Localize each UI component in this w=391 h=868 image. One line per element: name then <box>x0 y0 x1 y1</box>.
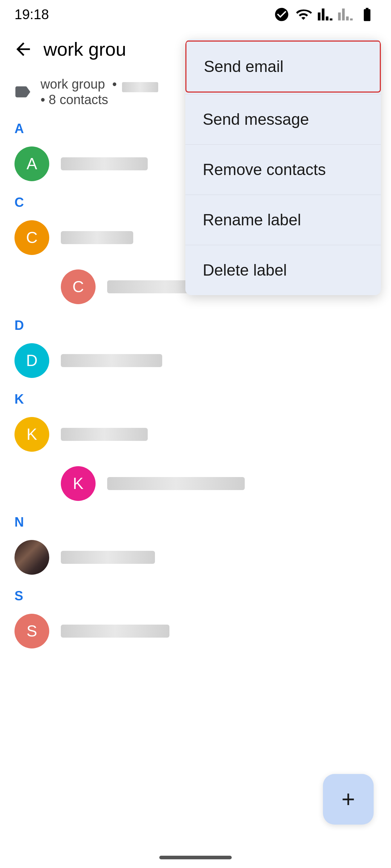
contact-name-blur <box>61 157 148 170</box>
status-time: 19:18 <box>14 7 49 22</box>
table-row[interactable]: D <box>0 336 391 385</box>
avatar: A <box>14 146 49 181</box>
wifi-icon <box>294 7 313 22</box>
contact-name-blur <box>61 428 148 441</box>
fab-add-button[interactable]: + <box>323 774 374 825</box>
context-menu: Send email Send message Remove contacts … <box>185 39 381 295</box>
table-row[interactable]: K <box>0 410 391 459</box>
avatar: C <box>61 269 96 304</box>
menu-item-send-message[interactable]: Send message <box>185 94 381 144</box>
avatar <box>14 540 49 575</box>
label-name: work group • <box>41 77 121 92</box>
bottom-nav-bar <box>159 856 232 859</box>
label-details: work group • • 8 contacts <box>41 77 158 107</box>
label-count: • 8 contacts <box>41 92 108 107</box>
table-row[interactable]: K <box>0 459 391 508</box>
avatar: D <box>14 343 49 378</box>
fab-plus-icon: + <box>341 788 355 811</box>
section-letter-d: D <box>0 311 391 336</box>
menu-item-label: Send message <box>203 110 309 128</box>
menu-item-delete-label[interactable]: Delete label <box>185 245 381 295</box>
back-button[interactable] <box>9 35 38 64</box>
table-row[interactable]: S <box>0 607 391 656</box>
task-icon <box>274 7 290 22</box>
contact-name-blur <box>61 354 162 367</box>
menu-item-send-email[interactable]: Send email <box>185 41 381 93</box>
battery-icon <box>358 7 377 22</box>
section-letter-k: K <box>0 385 391 410</box>
contact-name-blur <box>61 625 169 638</box>
status-icons <box>274 7 377 22</box>
label-icon <box>12 81 33 103</box>
menu-item-remove-contacts[interactable]: Remove contacts <box>185 145 381 195</box>
contact-name-blur <box>61 231 133 244</box>
menu-item-label: Send email <box>204 58 283 75</box>
signal-icon <box>317 7 333 22</box>
contact-name-blur <box>61 551 155 564</box>
label-blurred <box>122 82 158 92</box>
status-bar: 19:18 <box>0 0 391 29</box>
back-icon <box>13 39 33 59</box>
table-row[interactable] <box>0 533 391 582</box>
signal2-icon <box>337 7 353 22</box>
page-title: work grou <box>43 38 126 60</box>
section-letter-s: S <box>0 582 391 607</box>
contact-name-blur <box>107 477 245 490</box>
menu-item-rename-label[interactable]: Rename label <box>185 195 381 245</box>
avatar: S <box>14 614 49 648</box>
section-letter-n: N <box>0 508 391 533</box>
menu-item-label: Delete label <box>203 261 287 279</box>
avatar: K <box>14 417 49 452</box>
avatar: C <box>14 220 49 255</box>
menu-item-label: Rename label <box>203 211 301 229</box>
menu-item-label: Remove contacts <box>203 161 326 178</box>
avatar: K <box>61 466 96 501</box>
